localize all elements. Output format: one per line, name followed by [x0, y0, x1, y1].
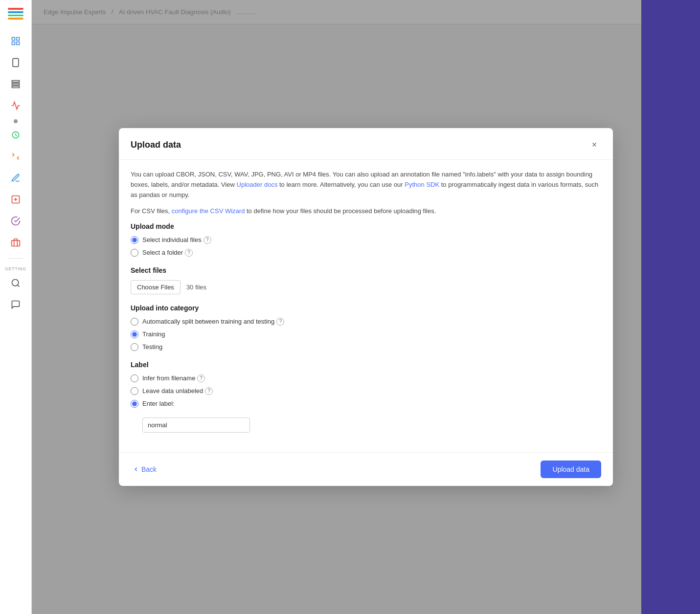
- main-content: Edge Impulse Experts / AI driven HVAC Fa…: [32, 0, 700, 614]
- upload-modal: Upload data × You can upload CBOR, JSON,…: [119, 128, 613, 485]
- select-files-label: Select files: [131, 266, 601, 274]
- modal-header: Upload data ×: [119, 128, 613, 160]
- upload-category-section: Upload into category Automatically split…: [131, 304, 601, 351]
- radio-folder-label: Select a folder ?: [142, 249, 193, 257]
- sidebar-item-deployment[interactable]: [6, 233, 25, 252]
- upload-mode-radio-group: Select individual files ? Select a folde…: [131, 236, 601, 257]
- python-sdk-link[interactable]: Python SDK: [405, 181, 439, 188]
- radio-infer-filename[interactable]: Infer from filename ?: [131, 374, 601, 382]
- logo-bar-green: [8, 15, 23, 17]
- back-button[interactable]: Back: [131, 461, 158, 477]
- unlabeled-help-icon: ?: [205, 387, 213, 395]
- radio-auto-split[interactable]: Automatically split between training and…: [131, 318, 601, 326]
- radio-enter-label-text: Enter label:: [142, 400, 175, 407]
- folder-help-icon: ?: [185, 249, 193, 257]
- svg-rect-1: [17, 38, 20, 41]
- sidebar-item-impulse[interactable]: [6, 96, 25, 115]
- info-paragraph-csv: For CSV files, configure the CSV Wizard …: [131, 206, 601, 217]
- radio-infer-input[interactable]: [131, 374, 138, 382]
- radio-enter-label-input[interactable]: [131, 400, 138, 408]
- sidebar-item-devices[interactable]: [6, 53, 25, 72]
- logo-bar-red: [8, 8, 23, 10]
- radio-unlabeled[interactable]: Leave data unlabeled ?: [131, 387, 601, 395]
- svg-point-9: [12, 280, 19, 286]
- modal-overlay: Upload data × You can upload CBOR, JSON,…: [32, 0, 700, 614]
- sidebar-item-forum[interactable]: [6, 295, 25, 314]
- svg-rect-2: [12, 42, 15, 45]
- upload-mode-label: Upload mode: [131, 222, 601, 230]
- label-input-container: [142, 417, 601, 433]
- sidebar-item-retrain[interactable]: [6, 147, 25, 166]
- radio-individual-input[interactable]: [131, 236, 138, 244]
- modal-title: Upload data: [131, 140, 181, 150]
- radio-folder[interactable]: Select a folder ?: [131, 249, 601, 257]
- sidebar-item-versioning[interactable]: [6, 211, 25, 231]
- logo-bar-blue: [8, 11, 23, 13]
- radio-individual-files[interactable]: Select individual files ?: [131, 236, 601, 244]
- radio-individual-label: Select individual files ?: [142, 236, 211, 244]
- radio-enter-label[interactable]: Enter label:: [131, 400, 601, 408]
- uploader-docs-link[interactable]: Uploader docs: [237, 181, 278, 188]
- upload-category-label: Upload into category: [131, 304, 601, 312]
- label-radio-group: Infer from filename ? Leave data unlabel…: [131, 374, 601, 408]
- sidebar-item-model[interactable]: [6, 190, 25, 209]
- upload-data-button[interactable]: Upload data: [541, 460, 601, 478]
- label-section-title: Label: [131, 361, 601, 369]
- svg-rect-4: [13, 59, 19, 67]
- select-files-section: Select files Choose Files 30 files: [131, 266, 601, 294]
- label-text-input[interactable]: [142, 417, 250, 433]
- getting-started-label: GETTING: [4, 266, 27, 271]
- radio-training[interactable]: Training: [131, 330, 601, 338]
- sidebar-item-eon[interactable]: [6, 125, 25, 145]
- modal-body: You can upload CBOR, JSON, CSV, WAV, JPG…: [119, 160, 613, 452]
- radio-training-label: Training: [142, 330, 165, 338]
- category-radio-group: Automatically split between training and…: [131, 318, 601, 351]
- infer-help-icon: ?: [197, 374, 205, 382]
- sidebar-item-docs[interactable]: [6, 273, 25, 293]
- sidebar-item-dashboard[interactable]: [6, 31, 25, 51]
- radio-testing-input[interactable]: [131, 343, 138, 351]
- radio-unlabeled-label: Leave data unlabeled ?: [142, 387, 213, 395]
- radio-auto-split-label: Automatically split between training and…: [142, 318, 284, 326]
- upload-mode-section: Upload mode Select individual files ?: [131, 222, 601, 257]
- svg-rect-3: [17, 42, 20, 45]
- svg-rect-8: [12, 241, 20, 246]
- sidebar-divider: [8, 258, 23, 259]
- info-paragraph-1: You can upload CBOR, JSON, CSV, WAV, JPG…: [131, 170, 601, 200]
- radio-training-input[interactable]: [131, 330, 138, 338]
- choose-files-row: Choose Files 30 files: [131, 280, 601, 294]
- sidebar: GETTING: [0, 0, 32, 614]
- close-button[interactable]: ×: [587, 138, 601, 152]
- sidebar-item-live[interactable]: [6, 168, 25, 188]
- modal-footer: Back Upload data: [119, 452, 613, 486]
- csv-wizard-link[interactable]: configure the CSV Wizard: [172, 207, 245, 215]
- auto-split-help-icon: ?: [276, 318, 284, 326]
- choose-files-button[interactable]: Choose Files: [131, 280, 181, 294]
- dot-indicator: [14, 119, 18, 123]
- radio-testing-label: Testing: [142, 343, 162, 351]
- radio-testing[interactable]: Testing: [131, 343, 601, 351]
- sidebar-item-data[interactable]: [6, 74, 25, 94]
- files-count: 30 files: [186, 284, 206, 291]
- radio-infer-label: Infer from filename ?: [142, 374, 205, 382]
- back-chevron-icon: [133, 466, 139, 473]
- svg-rect-0: [12, 38, 15, 41]
- radio-auto-split-input[interactable]: [131, 318, 138, 326]
- radio-unlabeled-input[interactable]: [131, 387, 138, 395]
- logo-bar-yellow: [8, 18, 23, 20]
- label-section: Label Infer from filename ?: [131, 361, 601, 433]
- individual-help-icon: ?: [203, 236, 211, 244]
- logo: [6, 6, 25, 22]
- radio-folder-input[interactable]: [131, 249, 138, 257]
